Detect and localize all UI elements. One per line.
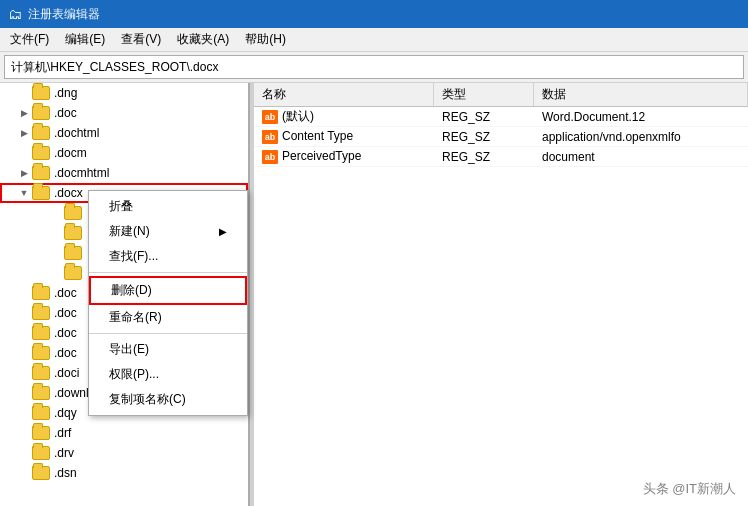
reg-icon: ab: [262, 130, 278, 144]
tree-item-label: .doc: [54, 326, 77, 340]
menu-bar: 文件(F)编辑(E)查看(V)收藏夹(A)帮助(H): [0, 28, 748, 52]
context-menu-label: 新建(N): [109, 223, 150, 240]
tree-item-label: .dqy: [54, 406, 77, 420]
reg-icon: ab: [262, 150, 278, 164]
table-body: ab(默认)REG_SZWord.Document.12abContent Ty…: [254, 107, 748, 167]
menu-item[interactable]: 查看(V): [115, 29, 167, 50]
address-path: 计算机\HKEY_CLASSES_ROOT\.docx: [11, 59, 218, 76]
folder-icon: [64, 246, 82, 260]
tree-expand-arrow[interactable]: ▶: [16, 128, 32, 138]
context-menu-label: 复制项名称(C): [109, 391, 186, 408]
tree-item-label: .doc: [54, 346, 77, 360]
tree-expand-arrow[interactable]: ▶: [16, 168, 32, 178]
reg-icon: ab: [262, 110, 278, 124]
cell-type: REG_SZ: [434, 149, 534, 165]
cell-data: Word.Document.12: [534, 109, 748, 125]
folder-icon: [32, 306, 50, 320]
table-row[interactable]: abContent TypeREG_SZapplication/vnd.open…: [254, 127, 748, 147]
folder-icon: [32, 346, 50, 360]
context-menu-label: 折叠: [109, 198, 133, 215]
context-menu-label: 重命名(R): [109, 309, 162, 326]
tree-item-label: .dochtml: [54, 126, 99, 140]
window-title: 注册表编辑器: [28, 6, 100, 23]
title-bar: 🗂 注册表编辑器: [0, 0, 748, 28]
menu-item[interactable]: 帮助(H): [239, 29, 292, 50]
context-menu-item-find[interactable]: 查找(F)...: [89, 244, 247, 269]
folder-icon: [32, 126, 50, 140]
folder-icon: [32, 386, 50, 400]
cell-name: abPerceivedType: [254, 148, 434, 165]
tree-item-label: .dsn: [54, 466, 77, 480]
menu-divider: [89, 333, 247, 334]
tree-item[interactable]: ▶.docmhtml: [0, 163, 248, 183]
table-row[interactable]: ab(默认)REG_SZWord.Document.12: [254, 107, 748, 127]
table-header: 名称 类型 数据: [254, 83, 748, 107]
context-menu-item-delete[interactable]: 删除(D): [89, 276, 247, 305]
folder-icon: [32, 326, 50, 340]
folder-icon: [32, 406, 50, 420]
folder-icon: [32, 86, 50, 100]
menu-item[interactable]: 编辑(E): [59, 29, 111, 50]
cell-name: abContent Type: [254, 128, 434, 145]
folder-icon: [64, 266, 82, 280]
context-menu-item-collapse[interactable]: 折叠: [89, 194, 247, 219]
col-header-name[interactable]: 名称: [254, 83, 434, 106]
col-header-data[interactable]: 数据: [534, 83, 748, 106]
tree-item-label: .docmhtml: [54, 166, 109, 180]
cell-name: ab(默认): [254, 107, 434, 126]
tree-item[interactable]: .dng: [0, 83, 248, 103]
submenu-arrow-icon: ▶: [219, 226, 227, 237]
cell-type: REG_SZ: [434, 129, 534, 145]
folder-icon: [32, 146, 50, 160]
context-menu-item-rename[interactable]: 重命名(R): [89, 305, 247, 330]
right-panel: 名称 类型 数据 ab(默认)REG_SZWord.Document.12abC…: [254, 83, 748, 506]
tree-item-label: .doc: [54, 106, 77, 120]
address-bar[interactable]: 计算机\HKEY_CLASSES_ROOT\.docx: [4, 55, 744, 79]
tree-item[interactable]: .drv: [0, 443, 248, 463]
tree-item-label: .dng: [54, 86, 77, 100]
folder-icon: [32, 466, 50, 480]
tree-item[interactable]: ▶.doc: [0, 103, 248, 123]
tree-item-label: .drv: [54, 446, 74, 460]
col-header-type[interactable]: 类型: [434, 83, 534, 106]
folder-icon: [32, 166, 50, 180]
cell-type: REG_SZ: [434, 109, 534, 125]
folder-icon: [32, 446, 50, 460]
folder-icon: [32, 366, 50, 380]
menu-item[interactable]: 文件(F): [4, 29, 55, 50]
folder-icon: [32, 106, 50, 120]
cell-data: document: [534, 149, 748, 165]
tree-item-label: .doc: [54, 306, 77, 320]
table-row[interactable]: abPerceivedTypeREG_SZdocument: [254, 147, 748, 167]
folder-icon: [64, 206, 82, 220]
folder-icon: [32, 426, 50, 440]
tree-item[interactable]: ▶.dochtml: [0, 123, 248, 143]
tree-item-label: .doc: [54, 286, 77, 300]
context-menu-item-export[interactable]: 导出(E): [89, 337, 247, 362]
context-menu-label: 删除(D): [111, 282, 152, 299]
context-menu-item-new[interactable]: 新建(N)▶: [89, 219, 247, 244]
tree-item[interactable]: .drf: [0, 423, 248, 443]
menu-item[interactable]: 收藏夹(A): [171, 29, 235, 50]
folder-icon: [32, 286, 50, 300]
tree-item-label: .drf: [54, 426, 71, 440]
menu-divider: [89, 272, 247, 273]
app-icon: 🗂: [8, 6, 22, 22]
context-menu: 折叠新建(N)▶查找(F)...删除(D)重命名(R)导出(E)权限(P)...…: [88, 190, 248, 416]
context-menu-label: 查找(F)...: [109, 248, 158, 265]
context-menu-label: 导出(E): [109, 341, 149, 358]
tree-item-label: .docx: [54, 186, 83, 200]
folder-icon: [32, 186, 50, 200]
context-menu-item-permissions[interactable]: 权限(P)...: [89, 362, 247, 387]
tree-expand-arrow[interactable]: ▼: [16, 188, 32, 198]
tree-item[interactable]: .docm: [0, 143, 248, 163]
cell-data: application/vnd.openxmlfo: [534, 129, 748, 145]
tree-item[interactable]: .dsn: [0, 463, 248, 483]
tree-item-label: .docm: [54, 146, 87, 160]
context-menu-item-copy-name[interactable]: 复制项名称(C): [89, 387, 247, 412]
context-menu-label: 权限(P)...: [109, 366, 159, 383]
tree-expand-arrow[interactable]: ▶: [16, 108, 32, 118]
folder-icon: [64, 226, 82, 240]
tree-item-label: .doci: [54, 366, 79, 380]
